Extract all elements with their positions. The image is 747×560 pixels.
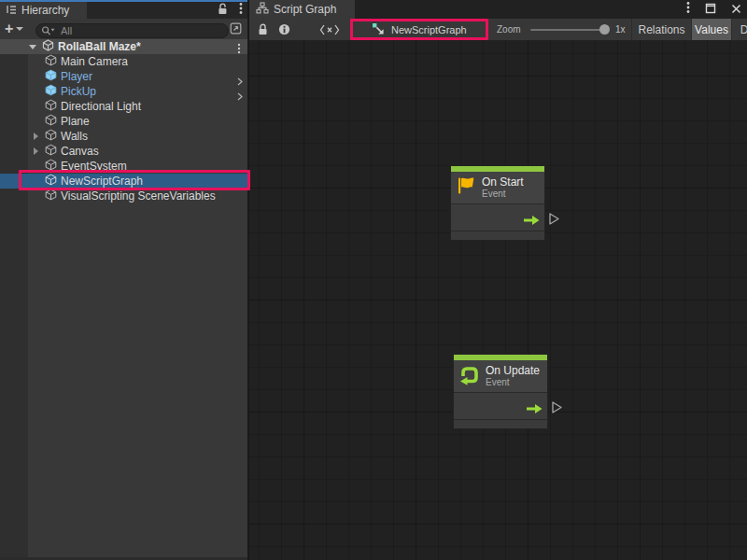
hierarchy-icon bbox=[6, 2, 17, 19]
scene-header-row[interactable]: RollaBall Maze* bbox=[0, 39, 247, 54]
script-graph-panel: Script Graph bbox=[249, 0, 747, 560]
list-item[interactable]: Plane bbox=[0, 114, 247, 129]
node-on-update[interactable]: On Update Event bbox=[453, 354, 548, 429]
list-item[interactable]: PickUp bbox=[0, 84, 247, 99]
list-item[interactable]: EventSystem bbox=[0, 159, 247, 174]
node-footer bbox=[451, 231, 544, 240]
graph-icon bbox=[256, 1, 269, 18]
maximize-icon[interactable] bbox=[705, 1, 716, 18]
foldout-closed-icon[interactable] bbox=[34, 147, 38, 155]
relations-button[interactable]: Relations bbox=[631, 19, 691, 40]
add-object-button[interactable]: + bbox=[5, 21, 23, 37]
zoom-value: 1x bbox=[615, 19, 626, 40]
list-item[interactable]: Main Camera bbox=[0, 54, 247, 69]
output-port[interactable] bbox=[548, 212, 560, 230]
chevron-down-icon bbox=[16, 27, 23, 31]
breadcrumb[interactable]: NewScriptGraph bbox=[372, 19, 467, 40]
list-item[interactable]: Canvas bbox=[0, 144, 247, 159]
breadcrumb-label: NewScriptGraph bbox=[391, 24, 467, 35]
lock-icon[interactable] bbox=[258, 19, 268, 40]
values-button[interactable]: Values bbox=[691, 19, 731, 40]
node-title: On Update bbox=[486, 365, 540, 377]
loop-icon bbox=[458, 364, 480, 389]
foldout-closed-icon[interactable] bbox=[34, 133, 38, 140]
close-icon[interactable] bbox=[731, 1, 741, 18]
list-item[interactable]: Walls bbox=[0, 129, 247, 144]
list-item[interactable]: Player bbox=[0, 69, 247, 84]
hierarchy-toolbar: + bbox=[0, 19, 247, 39]
list-item[interactable]: VisualScripting SceneVariables bbox=[0, 189, 247, 203]
graph-toolbar: NewScriptGraph Zoom 1x Relations Values … bbox=[249, 19, 747, 40]
graph-title-bar: Script Graph bbox=[249, 0, 747, 19]
zoom-label: Zoom bbox=[497, 19, 521, 40]
list-item[interactable]: Directional Light bbox=[0, 99, 247, 114]
dim-button[interactable]: Dim bbox=[731, 19, 747, 40]
hierarchy-tab-bar: Hierarchy bbox=[0, 0, 247, 19]
flow-arrow-icon bbox=[523, 213, 541, 230]
node-subtitle: Event bbox=[482, 189, 524, 200]
kebab-menu-icon[interactable] bbox=[239, 2, 243, 19]
zoom-slider-track[interactable] bbox=[530, 29, 609, 31]
tab-hierarchy[interactable]: Hierarchy bbox=[0, 2, 87, 19]
list-item-selected[interactable]: NewScriptGraph bbox=[0, 174, 247, 189]
node-title: On Start bbox=[482, 176, 524, 189]
isolate-search-icon[interactable] bbox=[229, 21, 243, 35]
unlock-icon[interactable] bbox=[217, 2, 228, 19]
node-on-start[interactable]: On Start Event bbox=[450, 165, 545, 241]
variables-icon[interactable] bbox=[319, 19, 340, 40]
tab-script-graph[interactable]: Script Graph bbox=[249, 0, 355, 19]
kebab-menu-icon[interactable] bbox=[686, 1, 690, 18]
plus-icon: + bbox=[5, 21, 13, 36]
node-footer bbox=[454, 420, 547, 428]
graph-canvas[interactable]: On Start Event bbox=[249, 40, 747, 560]
foldout-open-icon[interactable] bbox=[29, 45, 36, 49]
flag-icon bbox=[456, 175, 476, 200]
flow-arrow-icon bbox=[526, 401, 543, 418]
tab-label: Script Graph bbox=[274, 3, 336, 16]
hierarchy-panel: Hierarchy + bbox=[0, 0, 247, 560]
node-subtitle: Event bbox=[486, 377, 540, 388]
info-icon[interactable] bbox=[278, 19, 290, 40]
unity-editor: Hierarchy + bbox=[0, 0, 747, 560]
tab-label: Hierarchy bbox=[21, 4, 69, 17]
script-graph-asset-icon bbox=[372, 21, 385, 38]
hierarchy-tree: RollaBall Maze* Main Camera Player bbox=[0, 39, 247, 557]
search-input[interactable] bbox=[35, 23, 229, 38]
output-port[interactable] bbox=[551, 400, 563, 418]
scene-name: RollaBall Maze* bbox=[58, 40, 141, 53]
cube-icon bbox=[45, 188, 57, 204]
zoom-slider-handle[interactable] bbox=[599, 24, 610, 35]
